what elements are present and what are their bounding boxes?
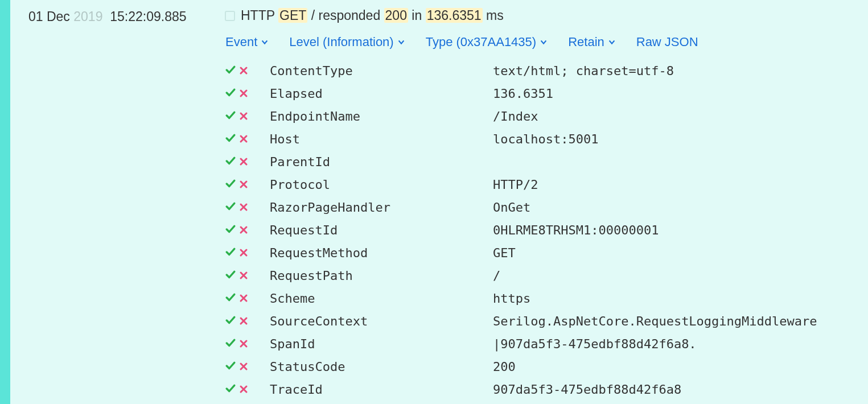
exclude-icon[interactable] bbox=[239, 242, 248, 265]
property-name[interactable]: RazorPageHandler bbox=[270, 196, 493, 219]
message-status: 200 bbox=[384, 8, 408, 23]
property-name[interactable]: RequestMethod bbox=[270, 242, 493, 265]
exclude-icon[interactable] bbox=[239, 105, 248, 128]
property-name[interactable]: Scheme bbox=[270, 287, 493, 310]
property-name[interactable]: TraceId bbox=[270, 378, 493, 401]
exclude-icon[interactable] bbox=[239, 310, 248, 333]
property-row-icons bbox=[225, 105, 270, 128]
property-row: StatusCode200 bbox=[225, 356, 868, 378]
property-row-icons bbox=[225, 310, 270, 333]
properties-list: ContentTypetext/html; charset=utf-8Elaps… bbox=[10, 60, 868, 401]
chevron-down-icon bbox=[397, 38, 405, 46]
include-icon[interactable] bbox=[225, 242, 236, 265]
property-name[interactable]: SpanId bbox=[270, 333, 493, 356]
include-icon[interactable] bbox=[225, 60, 236, 83]
property-value[interactable]: 200 bbox=[493, 356, 868, 378]
property-value[interactable]: 0HLRME8TRHSM1:00000001 bbox=[493, 219, 868, 242]
include-icon[interactable] bbox=[225, 287, 236, 310]
property-row-icons bbox=[225, 151, 270, 174]
include-icon[interactable] bbox=[225, 128, 236, 151]
property-row: SpanId|907da5f3-475edbf88d42f6a8. bbox=[225, 333, 868, 356]
exclude-icon[interactable] bbox=[239, 151, 248, 174]
property-name[interactable]: EndpointName bbox=[270, 105, 493, 128]
raw-json-link[interactable]: Raw JSON bbox=[636, 35, 698, 50]
property-row: TraceId907da5f3-475edbf88d42f6a8 bbox=[225, 378, 868, 401]
exclude-icon[interactable] bbox=[239, 83, 248, 105]
include-icon[interactable] bbox=[225, 174, 236, 196]
include-icon[interactable] bbox=[225, 105, 236, 128]
include-icon[interactable] bbox=[225, 151, 236, 174]
event-dropdown[interactable]: Event bbox=[225, 35, 269, 50]
include-icon[interactable] bbox=[225, 333, 236, 356]
include-icon[interactable] bbox=[225, 356, 236, 378]
include-icon[interactable] bbox=[225, 378, 236, 401]
property-row: Elapsed136.6351 bbox=[225, 83, 868, 105]
exclude-icon[interactable] bbox=[239, 333, 248, 356]
accent-bar bbox=[0, 0, 10, 404]
property-name[interactable]: Elapsed bbox=[270, 83, 493, 105]
exclude-icon[interactable] bbox=[239, 196, 248, 219]
property-value[interactable]: HTTP/2 bbox=[493, 174, 868, 196]
property-value[interactable]: 136.6351 bbox=[493, 83, 868, 105]
property-value[interactable]: 907da5f3-475edbf88d42f6a8 bbox=[493, 378, 868, 401]
property-value[interactable]: |907da5f3-475edbf88d42f6a8. bbox=[493, 333, 868, 356]
property-row-icons bbox=[225, 60, 270, 83]
property-row-icons bbox=[225, 128, 270, 151]
chevron-down-icon bbox=[608, 38, 616, 46]
include-icon[interactable] bbox=[225, 83, 236, 105]
property-name[interactable]: StatusCode bbox=[270, 356, 493, 378]
property-name[interactable]: ParentId bbox=[270, 151, 493, 174]
property-name[interactable]: RequestPath bbox=[270, 265, 493, 287]
property-row-icons bbox=[225, 265, 270, 287]
property-row-icons bbox=[225, 378, 270, 401]
include-icon[interactable] bbox=[225, 265, 236, 287]
property-row: ContentTypetext/html; charset=utf-8 bbox=[225, 60, 868, 83]
property-row: RazorPageHandlerOnGet bbox=[225, 196, 868, 219]
property-value[interactable]: GET bbox=[493, 242, 868, 265]
exclude-icon[interactable] bbox=[239, 265, 248, 287]
property-value[interactable]: localhost:5001 bbox=[493, 128, 868, 151]
property-value[interactable]: OnGet bbox=[493, 196, 868, 219]
property-name[interactable]: Host bbox=[270, 128, 493, 151]
chevron-down-icon bbox=[261, 38, 269, 46]
exclude-icon[interactable] bbox=[239, 174, 248, 196]
property-value[interactable]: Serilog.AspNetCore.RequestLoggingMiddlew… bbox=[493, 310, 868, 333]
exclude-icon[interactable] bbox=[239, 128, 248, 151]
property-value[interactable]: text/html; charset=utf-8 bbox=[493, 60, 868, 83]
chevron-down-icon bbox=[540, 38, 548, 46]
timestamp-date-prefix: 01 Dec bbox=[28, 9, 70, 24]
property-value[interactable]: / bbox=[493, 265, 868, 287]
property-value[interactable]: /Index bbox=[493, 105, 868, 128]
property-row: Hostlocalhost:5001 bbox=[225, 128, 868, 151]
exclude-icon[interactable] bbox=[239, 356, 248, 378]
property-row: RequestPath/ bbox=[225, 265, 868, 287]
exclude-icon[interactable] bbox=[239, 378, 248, 401]
property-value[interactable]: https bbox=[493, 287, 868, 310]
property-name[interactable]: ContentType bbox=[270, 60, 493, 83]
log-message[interactable]: HTTP GET / responded 200 in 136.6351 ms bbox=[225, 8, 504, 23]
include-icon[interactable] bbox=[225, 219, 236, 242]
property-row-icons bbox=[225, 219, 270, 242]
property-row-icons bbox=[225, 333, 270, 356]
exclude-icon[interactable] bbox=[239, 60, 248, 83]
property-name[interactable]: SourceContext bbox=[270, 310, 493, 333]
include-icon[interactable] bbox=[225, 310, 236, 333]
header-row: 01 Dec 2019 15:22:09.885 HTTP GET / resp… bbox=[10, 8, 868, 30]
property-row: ParentId bbox=[225, 151, 868, 174]
exclude-icon[interactable] bbox=[239, 287, 248, 310]
retain-dropdown[interactable]: Retain bbox=[568, 35, 616, 50]
log-entry: 01 Dec 2019 15:22:09.885 HTTP GET / resp… bbox=[10, 0, 868, 404]
actions-row: Event Level (Information) Type (0x37AA14… bbox=[10, 30, 868, 60]
type-dropdown[interactable]: Type (0x37AA1435) bbox=[426, 35, 548, 50]
include-icon[interactable] bbox=[225, 196, 236, 219]
property-name[interactable]: Protocol bbox=[270, 174, 493, 196]
property-name[interactable]: RequestId bbox=[270, 219, 493, 242]
select-checkbox[interactable] bbox=[225, 11, 235, 21]
property-row-icons bbox=[225, 174, 270, 196]
level-dropdown[interactable]: Level (Information) bbox=[289, 35, 405, 50]
property-row-icons bbox=[225, 356, 270, 378]
property-row: Schemehttps bbox=[225, 287, 868, 310]
log-message-text: HTTP GET / responded 200 in 136.6351 ms bbox=[241, 8, 504, 23]
exclude-icon[interactable] bbox=[239, 219, 248, 242]
property-row: RequestMethodGET bbox=[225, 242, 868, 265]
